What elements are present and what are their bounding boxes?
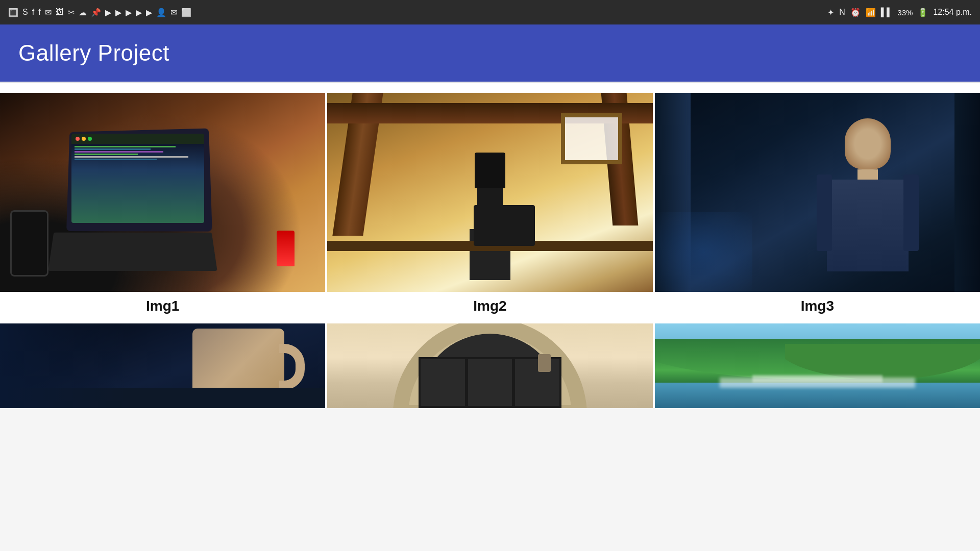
app-icon-2: S xyxy=(22,8,28,17)
signal-icon: ▌▌ xyxy=(881,8,893,17)
gallery-item-2[interactable]: Img2 xyxy=(327,93,652,321)
wifi-icon: 📶 xyxy=(866,8,876,17)
app-icon-11: ▶ xyxy=(115,8,121,17)
app-icon-17: ⬜ xyxy=(181,8,191,17)
alarm-icon: ⏰ xyxy=(850,8,861,17)
gallery-label-2: Img2 xyxy=(327,292,652,321)
app-icon-5: ✉ xyxy=(45,8,52,17)
gallery-item-5[interactable] xyxy=(327,323,652,408)
battery-icon: 🔋 xyxy=(918,8,928,17)
app-bar: Gallery Project xyxy=(0,24,980,82)
gallery-container: Img1 xyxy=(0,83,980,408)
app-icon-12: ▶ xyxy=(126,8,132,17)
gallery-image-2[interactable] xyxy=(327,93,652,292)
gallery-image-4[interactable] xyxy=(0,323,325,408)
app-icon-1: 🔳 xyxy=(8,8,18,17)
gallery-image-6[interactable] xyxy=(655,323,980,408)
bluetooth-icon: ✦ xyxy=(827,8,834,17)
app-icon-8: ☁ xyxy=(79,8,87,17)
app-icon-4: f xyxy=(38,8,40,17)
gallery-item-4[interactable] xyxy=(0,323,325,408)
app-icon-16: ✉ xyxy=(170,8,177,17)
app-icon-13: ▶ xyxy=(136,8,142,17)
app-icon-3: f xyxy=(32,8,34,17)
page-title: Gallery Project xyxy=(18,40,169,66)
app-icon-9: 📌 xyxy=(91,8,101,17)
nfc-icon: N xyxy=(839,8,845,17)
gallery-label-1: Img1 xyxy=(0,292,325,321)
gallery-grid: Img1 xyxy=(0,93,980,408)
gallery-image-1[interactable] xyxy=(0,93,325,292)
gallery-item-1[interactable]: Img1 xyxy=(0,93,325,321)
status-bar: 🔳 S f f ✉ 🖼 ✂ ☁ 📌 ▶ ▶ ▶ ▶ ▶ 👤 ✉ ⬜ ✦ N ⏰ … xyxy=(0,0,980,24)
status-time: 12:54 p.m. xyxy=(933,8,972,17)
gallery-item-3[interactable]: Img3 xyxy=(655,93,980,321)
app-icon-15: 👤 xyxy=(156,8,166,17)
gallery-image-5[interactable] xyxy=(327,323,652,408)
app-icon-7: ✂ xyxy=(68,8,75,17)
app-icon-6: 🖼 xyxy=(56,8,64,17)
gallery-item-6[interactable] xyxy=(655,323,980,408)
status-bar-right: ✦ N ⏰ 📶 ▌▌ 33% 🔋 12:54 p.m. xyxy=(827,8,972,17)
gallery-image-3[interactable] xyxy=(655,93,980,292)
app-icon-14: ▶ xyxy=(146,8,152,17)
status-bar-left: 🔳 S f f ✉ 🖼 ✂ ☁ 📌 ▶ ▶ ▶ ▶ ▶ 👤 ✉ ⬜ xyxy=(8,8,191,17)
battery-percent: 33% xyxy=(897,8,913,17)
app-icon-10: ▶ xyxy=(105,8,111,17)
gallery-label-3: Img3 xyxy=(655,292,980,321)
